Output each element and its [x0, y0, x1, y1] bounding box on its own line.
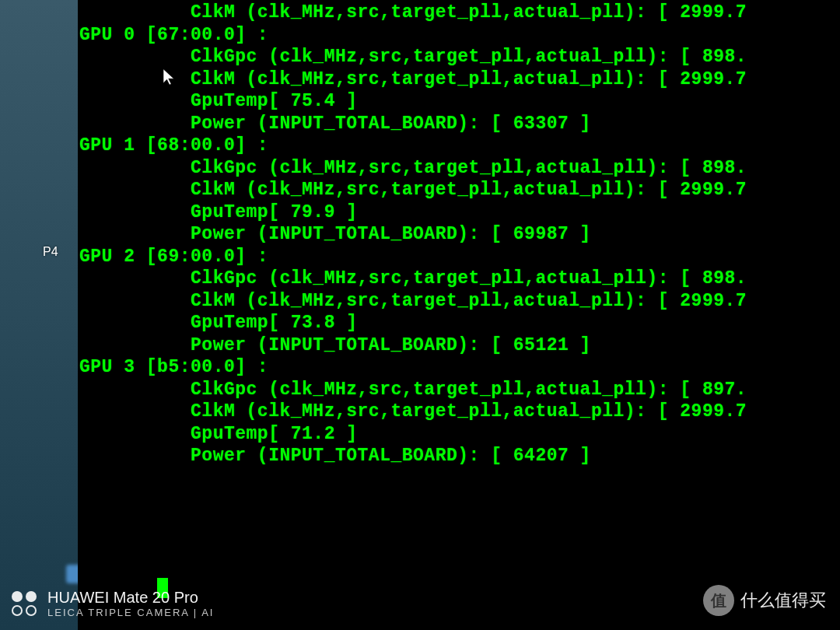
terminal-line: ClkM (clk_MHz,src,target_pll,actual_pll)… — [79, 2, 840, 24]
photo-watermark-right: 值 什么值得买 — [703, 585, 826, 616]
terminal-line: GpuTemp[ 75.4 ] — [79, 90, 840, 113]
site-name: 什么值得买 — [740, 589, 826, 612]
terminal-line: Power (INPUT_TOTAL_BOARD): [ 65121 ] — [79, 334, 840, 357]
terminal-line: ClkGpc (clk_MHz,src,target_pll,actual_pl… — [79, 379, 840, 401]
photo-watermark-left: HUAWEI Mate 20 Pro LEICA TRIPLE CAMERA |… — [12, 589, 214, 618]
terminal-line: GPU 0 [67:00.0] : — [79, 24, 840, 47]
mouse-cursor-icon — [163, 68, 177, 87]
terminal-line: GpuTemp[ 71.2 ] — [79, 423, 840, 446]
terminal-line: ClkM (clk_MHz,src,target_pll,actual_pll)… — [79, 401, 840, 423]
terminal-line: ClkM (clk_MHz,src,target_pll,actual_pll)… — [79, 179, 840, 201]
terminal-line: GPU 1 [68:00.0] : — [79, 135, 840, 157]
terminal-line: ClkGpc (clk_MHz,src,target_pll,actual_pl… — [79, 157, 840, 180]
phone-model: HUAWEI Mate 20 Pro — [47, 589, 214, 607]
smzdm-badge-icon: 值 — [703, 585, 734, 616]
terminal-line: GPU 2 [69:00.0] : — [79, 246, 840, 268]
terminal-output: ClkM (clk_MHz,src,target_pll,actual_pll)… — [79, 2, 840, 467]
huawei-dots-icon — [12, 591, 37, 616]
terminal-line: ClkGpc (clk_MHz,src,target_pll,actual_pl… — [79, 46, 840, 68]
desktop-background — [0, 0, 78, 630]
terminal-line: Power (INPUT_TOTAL_BOARD): [ 69987 ] — [79, 223, 840, 246]
terminal-window[interactable]: ClkM (clk_MHz,src,target_pll,actual_pll)… — [78, 0, 840, 630]
camera-label: LEICA TRIPLE CAMERA | AI — [47, 607, 214, 618]
desktop-icon-label: P4 — [43, 245, 58, 259]
terminal-line: ClkGpc (clk_MHz,src,target_pll,actual_pl… — [79, 268, 840, 290]
terminal-line: Power (INPUT_TOTAL_BOARD): [ 64207 ] — [79, 445, 840, 467]
terminal-line: Power (INPUT_TOTAL_BOARD): [ 63307 ] — [79, 113, 840, 135]
terminal-line: GpuTemp[ 79.9 ] — [79, 201, 840, 224]
terminal-line: ClkM (clk_MHz,src,target_pll,actual_pll)… — [79, 290, 840, 313]
terminal-line: GPU 3 [b5:00.0] : — [79, 356, 840, 379]
terminal-line: ClkM (clk_MHz,src,target_pll,actual_pll)… — [79, 68, 840, 91]
terminal-line: GpuTemp[ 73.8 ] — [79, 312, 840, 334]
